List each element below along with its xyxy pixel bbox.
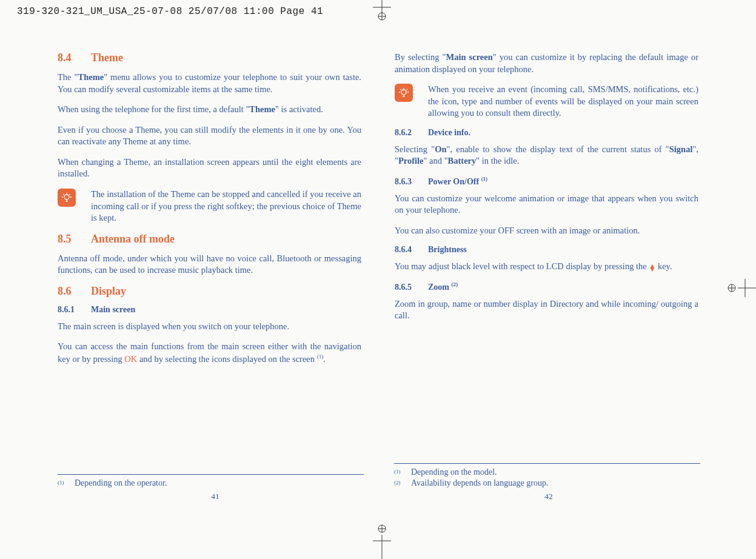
footnotes-page-41: (1) Depending on the operator. [58, 474, 364, 489]
heading-number: 8.5 [58, 233, 91, 246]
subheading-8-6-5: 8.6.5Zoom (2) [395, 281, 698, 292]
heading-title: Theme [91, 52, 123, 64]
footnote-mark: (1) [394, 467, 411, 477]
subheading-number: 8.6.4 [395, 245, 428, 255]
subheading-title: Main screen [91, 305, 135, 314]
heading-8-5: 8.5Antenna off mode [58, 233, 361, 246]
nav-up-down-icon: ▲▼ [649, 264, 655, 271]
subheading-number: 8.6.5 [395, 283, 428, 292]
heading-8-4: 8.4Theme [58, 52, 361, 64]
footnote-mark: (1) [58, 478, 75, 488]
svg-line-28 [407, 89, 408, 90]
footnote: (1) Depending on the operator. [58, 478, 364, 488]
subheading-number: 8.6.3 [395, 177, 428, 187]
tip-text: The installation of the Theme can be sto… [91, 189, 361, 224]
body-text: You can access the main functions from t… [58, 341, 361, 365]
tip-block: The installation of the Theme can be sto… [58, 189, 361, 224]
ok-key-label: OK [124, 354, 137, 364]
subheading-title: Brightness [428, 245, 467, 254]
svg-line-27 [400, 89, 401, 90]
heading-title: Display [91, 285, 126, 297]
body-text: Zoom in group, name or number display in… [395, 298, 698, 322]
heading-8-6: 8.6Display [58, 285, 361, 298]
body-text: When using the telephone for the first t… [58, 104, 361, 116]
crop-mark-top-icon [370, 0, 394, 21]
body-text: You may adjust black level with respect … [395, 261, 698, 273]
page-42: By selecting "Main screen" you can custo… [380, 52, 698, 373]
body-text: By selecting "Main screen" you can custo… [395, 52, 698, 75]
footnote: (1) Depending on the model. [394, 467, 700, 477]
footnotes-page-42: (1) Depending on the model. (2) Availabi… [394, 463, 700, 489]
footnote-mark: (2) [394, 478, 411, 488]
body-text: You can customize your welcome animation… [395, 193, 698, 216]
footnote-text: Depending on the operator. [75, 478, 167, 488]
body-text: When changing a Theme, an installation s… [58, 156, 361, 180]
body-text: The "Theme" menu allows you to customize… [58, 72, 361, 95]
lightbulb-tip-icon [58, 189, 76, 207]
body-text: Selecting "On", enable to show the displ… [395, 144, 698, 167]
heading-number: 8.4 [58, 52, 91, 64]
subheading-number: 8.6.1 [58, 305, 91, 315]
footnote: (2) Availability depends on language gro… [394, 478, 700, 488]
body-text: You can also customize your OFF screen w… [395, 225, 698, 237]
tip-block: When you receive an event (incoming call… [395, 84, 698, 119]
footnote-text: Availability depends on language group. [411, 478, 548, 488]
tip-text: When you receive an event (incoming call… [428, 84, 698, 119]
crop-mark-right-icon [726, 276, 756, 300]
footnote-text: Depending on the model. [411, 467, 497, 477]
body-text: Even if you choose a Theme, you can stil… [58, 124, 361, 148]
svg-point-15 [64, 195, 69, 199]
lightbulb-tip-icon [395, 84, 413, 102]
svg-line-19 [63, 194, 64, 195]
heading-title: Antenna off mode [91, 233, 175, 245]
subheading-title: Power On/Off [428, 177, 481, 186]
heading-number: 8.6 [58, 285, 91, 298]
subheading-number: 8.6.2 [395, 128, 428, 138]
body-text: The main screen is displayed when you sw… [58, 321, 361, 333]
body-text: Antenna off mode, under which you will h… [58, 253, 361, 276]
subheading-8-6-4: 8.6.4Brightness [395, 245, 698, 255]
page-number: 41 [185, 492, 246, 501]
page-41: 8.4Theme The "Theme" menu allows you to … [58, 52, 380, 373]
subheading-title: Device info. [428, 128, 470, 137]
subheading-8-6-1: 8.6.1Main screen [58, 305, 361, 315]
subheading-8-6-2: 8.6.2Device info. [395, 128, 698, 138]
subheading-8-6-3: 8.6.3Power On/Off (1) [395, 176, 698, 187]
crop-mark-bottom-icon [370, 523, 394, 559]
svg-point-23 [401, 90, 406, 95]
print-header: 319-320-321_UM_USA_25-07-08 25/07/08 11:… [17, 6, 323, 17]
page-number: 42 [518, 492, 579, 501]
svg-line-20 [70, 194, 71, 195]
subheading-title: Zoom [428, 283, 452, 292]
